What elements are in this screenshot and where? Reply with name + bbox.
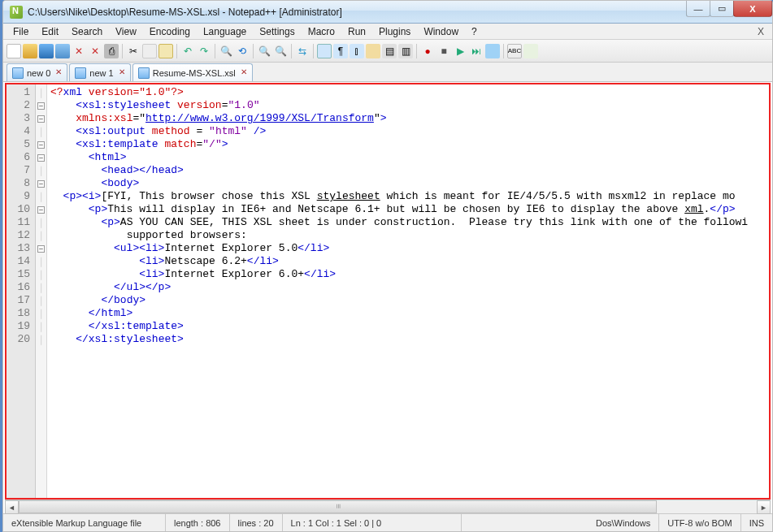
mdi-close-button[interactable]: X [753, 26, 769, 37]
status-overwrite: INS [741, 514, 772, 531]
fold-gutter[interactable]: │−−│−−│−│−││−│││││││ [36, 84, 47, 498]
tab-label: new 0 [27, 68, 50, 78]
zoomin-icon[interactable]: 🔍 [257, 44, 271, 58]
code-area[interactable]: <?xml version="1.0"?> <xsl:stylesheet ve… [47, 84, 769, 498]
separator [215, 44, 215, 58]
menu-plugins[interactable]: Plugins [372, 24, 417, 39]
zoomout-icon[interactable]: 🔍 [273, 44, 288, 58]
sync-icon[interactable]: ⇆ [295, 44, 310, 58]
menu-edit[interactable]: Edit [35, 24, 65, 39]
statusbar: eXtensible Markup Language file length :… [3, 513, 772, 531]
undo-icon[interactable]: ↶ [180, 44, 195, 58]
line-number-gutter: 1234567891011121314151617181920 [7, 84, 36, 498]
scroll-left-button[interactable]: ◄ [5, 500, 19, 514]
file-icon [75, 67, 86, 79]
menu-settings[interactable]: Settings [253, 24, 301, 39]
separator [313, 44, 314, 58]
play-icon[interactable]: ▶ [453, 44, 467, 58]
new-icon[interactable] [7, 44, 21, 58]
menu-macro[interactable]: Macro [302, 24, 341, 39]
status-lines: lines : 20 [230, 514, 283, 531]
open-icon[interactable] [23, 44, 37, 58]
menu-encoding[interactable]: Encoding [143, 24, 197, 39]
savemacro-icon[interactable] [485, 44, 500, 58]
menu-help[interactable]: ? [465, 24, 484, 39]
menu-language[interactable]: Language [197, 24, 253, 39]
separator [122, 44, 123, 58]
separator [176, 44, 177, 58]
horizontal-scrollbar[interactable]: ◄ ► [5, 500, 771, 513]
tab-close-icon[interactable]: ✕ [117, 67, 127, 76]
window-buttons: — ▭ X [687, 1, 772, 17]
status-eol: Dos\Windows [588, 514, 659, 531]
playmulti-icon[interactable]: ⏭ [469, 44, 484, 58]
spellcheck-icon[interactable]: ABC [507, 44, 522, 58]
closeall-icon[interactable]: ✕ [88, 44, 102, 58]
editor[interactable]: 1234567891011121314151617181920 │−−│−−│−… [5, 83, 771, 500]
tab-new-1[interactable]: new 1✕ [69, 63, 130, 81]
save-icon[interactable] [39, 44, 54, 58]
status-encoding: UTF-8 w/o BOM [659, 514, 740, 531]
tab-label: Resume-MS-XSL.xsl [153, 68, 236, 78]
replace-icon[interactable]: ⟲ [235, 44, 250, 58]
menu-window[interactable]: Window [417, 24, 465, 39]
status-position: Ln : 1 Col : 1 Sel : 0 | 0 [283, 514, 462, 531]
tab-close-icon[interactable]: ✕ [239, 67, 249, 76]
wordwrap-icon[interactable] [317, 44, 332, 58]
tab-resume-xsl[interactable]: Resume-MS-XSL.xsl✕ [132, 63, 253, 81]
stop-icon[interactable]: ■ [436, 44, 451, 58]
scroll-right-button[interactable]: ► [757, 500, 771, 514]
cut-icon[interactable]: ✂ [126, 44, 141, 58]
maximize-button[interactable]: ▭ [710, 1, 734, 17]
find-icon[interactable]: 🔍 [219, 44, 233, 58]
indentguides-icon[interactable]: ⫿ [350, 44, 364, 58]
redo-icon[interactable]: ↷ [197, 44, 211, 58]
menu-search[interactable]: Search [65, 24, 109, 39]
menu-view[interactable]: View [109, 24, 143, 39]
separator [253, 44, 254, 58]
window-title: C:\Users\Nike\Desktop\Resume-MS-XSL.xsl … [28, 6, 342, 18]
tab-close-icon[interactable]: ✕ [54, 67, 63, 76]
scroll-thumb[interactable] [19, 500, 657, 513]
funclist-icon[interactable]: ▥ [398, 44, 413, 58]
tabbar: new 0✕ new 1✕ Resume-MS-XSL.xsl✕ [3, 63, 772, 82]
separator [291, 44, 292, 58]
print-icon[interactable]: ⎙ [104, 44, 119, 58]
tab-label: new 1 [89, 68, 113, 78]
about-icon[interactable] [523, 44, 538, 58]
allchars-icon[interactable]: ¶ [333, 44, 348, 58]
file-icon [12, 67, 24, 79]
tab-new-0[interactable]: new 0✕ [7, 63, 67, 81]
titlebar[interactable]: C:\Users\Nike\Desktop\Resume-MS-XSL.xsl … [3, 1, 772, 24]
app-icon [10, 6, 23, 19]
menu-file[interactable]: File [7, 24, 35, 39]
saveall-icon[interactable] [55, 44, 70, 58]
toolbar: ✕ ✕ ⎙ ✂ ↶ ↷ 🔍 ⟲ 🔍 🔍 ⇆ ¶ ⫿ ▤ ▥ ● ■ ▶ ⏭ AB… [3, 40, 772, 63]
menu-run[interactable]: Run [341, 24, 372, 39]
userlang-icon[interactable] [366, 44, 380, 58]
status-filetype: eXtensible Markup Language file [3, 514, 166, 531]
separator [416, 44, 417, 58]
close-file-icon[interactable]: ✕ [72, 44, 86, 58]
paste-icon[interactable] [159, 44, 173, 58]
window: C:\Users\Nike\Desktop\Resume-MS-XSL.xsl … [2, 0, 773, 532]
status-length: length : 806 [166, 514, 230, 531]
copy-icon[interactable] [142, 44, 157, 58]
docmap-icon[interactable]: ▤ [382, 44, 397, 58]
menubar: File Edit Search View Encoding Language … [3, 24, 772, 40]
separator [503, 44, 504, 58]
record-icon[interactable]: ● [420, 44, 435, 58]
close-button[interactable]: X [733, 1, 772, 17]
minimize-button[interactable]: — [686, 1, 710, 17]
file-icon [138, 67, 150, 79]
